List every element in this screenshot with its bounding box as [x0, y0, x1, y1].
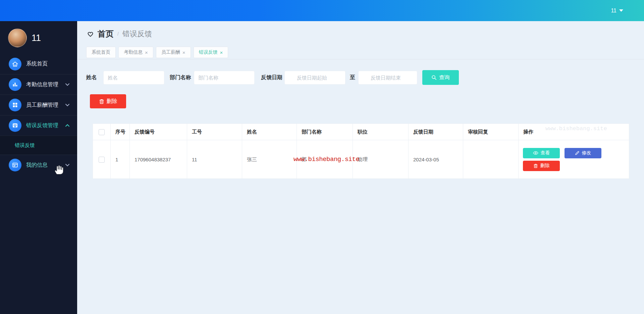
tab-attendance[interactable]: 考勤信息 ×: [118, 47, 153, 58]
tab-feedback[interactable]: 错误反馈 ×: [194, 47, 228, 58]
close-icon[interactable]: ×: [182, 50, 185, 55]
user-menu[interactable]: 11: [611, 0, 623, 21]
bar-chart-icon: [9, 78, 21, 91]
profile-name: 11: [32, 33, 41, 43]
col-header-index: 序号: [111, 124, 130, 140]
breadcrumb-current: 错误反馈: [122, 29, 152, 39]
sidebar-subitem-feedback[interactable]: 错误反馈: [0, 136, 77, 155]
close-icon[interactable]: ×: [220, 50, 223, 55]
edit-button[interactable]: 修改: [565, 148, 601, 158]
cell-review: [463, 140, 519, 179]
filter-bar: 姓名 部门名称 反馈日期 至 查询: [77, 70, 644, 85]
date-label: 反馈日期: [261, 70, 282, 85]
table-header-row: 序号 反馈编号 工号 姓名 部门名称 职位 反馈日期 审核回复 操作: [93, 124, 629, 140]
department-input[interactable]: [194, 71, 255, 85]
feedback-table: www.bishebang.site www.bishebang.site 序号…: [93, 123, 629, 179]
main-content: 首页 / 错误反馈 系统首页 考勤信息 × 员工薪酬 × 错误反馈 × 姓名 部…: [77, 21, 644, 314]
user-menu-name: 11: [611, 8, 616, 14]
sidebar-item-label: 我的信息: [26, 162, 48, 169]
heart-icon: [86, 30, 95, 38]
breadcrumb-separator: /: [117, 31, 119, 37]
home-icon: [9, 58, 21, 70]
tab-label: 错误反馈: [199, 49, 218, 55]
avatar[interactable]: [8, 29, 27, 47]
tab-label: 员工薪酬: [161, 49, 180, 55]
chevron-down-icon: [65, 104, 70, 107]
cell-index: 1: [111, 140, 130, 179]
sidebar-submenu: 错误反馈: [0, 136, 77, 155]
bulk-delete-button[interactable]: 删除: [90, 94, 126, 108]
select-all-checkbox[interactable]: [99, 129, 105, 135]
cell-actions: 查看 修改: [519, 140, 629, 179]
divider: [77, 59, 644, 59]
tab-label: 考勤信息: [124, 49, 143, 55]
sidebar-item-label: 考勤信息管理: [26, 81, 58, 88]
trash-icon: [99, 99, 104, 104]
close-icon[interactable]: ×: [145, 50, 148, 55]
col-header-date: 反馈日期: [409, 124, 463, 140]
sidebar-item-my-info[interactable]: 我的信息: [0, 155, 77, 175]
sidebar-item-label: 员工薪酬管理: [26, 102, 58, 109]
caret-down-icon: [619, 9, 623, 12]
feedback-icon: [9, 119, 21, 132]
sidebar-item-feedback-mgmt[interactable]: 错误反馈管理: [0, 115, 77, 136]
col-header-actions: 操作: [519, 124, 629, 140]
tab-bar: 系统首页 考勤信息 × 员工薪酬 × 错误反馈 ×: [86, 47, 228, 58]
cell-department: 部: [297, 140, 353, 179]
row-delete-button[interactable]: 删除: [523, 161, 560, 171]
breadcrumb: 首页 / 错误反馈: [86, 29, 152, 39]
col-header-name: 姓名: [242, 124, 297, 140]
id-card-icon: [9, 159, 21, 171]
sidebar-item-attendance[interactable]: 考勤信息管理: [0, 74, 77, 95]
date-end-input[interactable]: [358, 71, 417, 85]
name-label: 姓名: [86, 70, 97, 85]
search-icon: [431, 75, 437, 80]
sidebar-subitem-label: 错误反馈: [15, 142, 35, 149]
chevron-down-icon: [65, 164, 70, 167]
row-delete-label: 删除: [540, 163, 550, 169]
view-button-label: 查看: [541, 150, 550, 156]
col-header-feedback-no: 反馈编号: [130, 124, 187, 140]
cell-position: 助理: [353, 140, 409, 179]
cell-feedback-no: 1709604838237: [130, 140, 187, 179]
profile: 11: [0, 21, 77, 55]
sidebar-menu: 系统首页 考勤信息管理 员工薪酬管理: [0, 54, 77, 175]
bulk-delete-label: 删除: [107, 98, 117, 105]
col-header-review: 审核回复: [463, 124, 519, 140]
cell-department-text: 部: [302, 156, 307, 162]
table-row: 1 1709604838237 11 张三 部 助理 2024-03-05: [93, 140, 629, 179]
query-button-label: 查询: [439, 74, 450, 81]
tab-label: 系统首页: [92, 49, 110, 55]
view-button[interactable]: 查看: [523, 148, 560, 158]
cell-job-no: 11: [187, 140, 242, 179]
col-header-job-no: 工号: [187, 124, 242, 140]
department-label: 部门名称: [170, 70, 191, 85]
col-header-position: 职位: [353, 124, 409, 140]
col-header-department: 部门名称: [297, 124, 353, 140]
sidebar-item-system-home[interactable]: 系统首页: [0, 54, 77, 74]
cell-date: 2024-03-05: [409, 140, 463, 179]
sidebar: 11 系统首页 考勤信息管理: [0, 21, 77, 314]
tab-system-home[interactable]: 系统首页: [86, 47, 116, 58]
row-checkbox[interactable]: [99, 157, 105, 163]
cell-name: 张三: [242, 140, 297, 179]
date-start-input[interactable]: [284, 71, 345, 85]
breadcrumb-home[interactable]: 首页: [98, 29, 114, 39]
grid-icon: [9, 99, 21, 111]
edit-button-label: 修改: [582, 150, 591, 156]
tab-salary[interactable]: 员工薪酬 ×: [156, 47, 191, 58]
chevron-up-icon: [65, 124, 70, 127]
topbar: 11: [0, 0, 644, 21]
trash-icon: [533, 163, 538, 168]
sidebar-item-label: 系统首页: [26, 60, 48, 67]
chevron-down-icon: [65, 83, 70, 86]
sidebar-item-label: 错误反馈管理: [26, 122, 58, 129]
pencil-icon: [575, 151, 580, 155]
sidebar-item-salary[interactable]: 员工薪酬管理: [0, 95, 77, 115]
eye-icon: [533, 151, 538, 155]
to-label: 至: [350, 70, 355, 85]
query-button[interactable]: 查询: [422, 70, 459, 85]
name-input[interactable]: [103, 71, 164, 85]
